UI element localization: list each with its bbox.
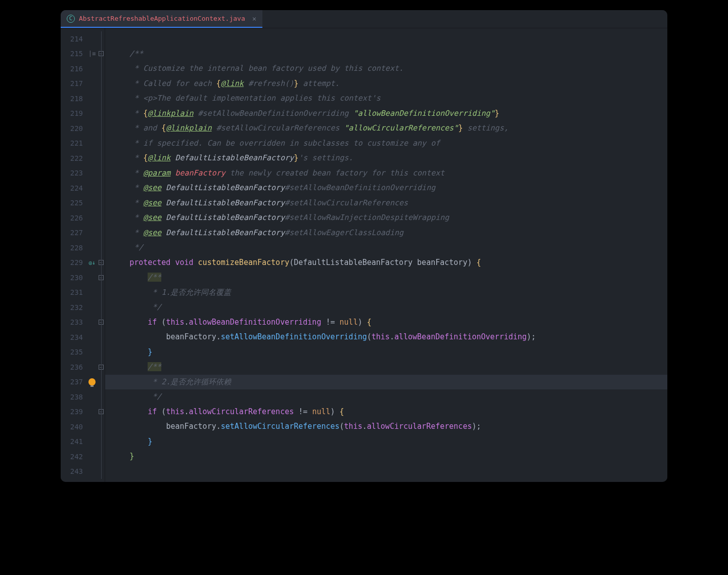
file-tab[interactable]: C AbstractRefreshableApplicationContext.… [61, 10, 262, 28]
code-line[interactable]: * 1.是否允许同名覆盖 [105, 285, 667, 300]
fold-collapse-icon[interactable]: − [99, 320, 104, 325]
fold-marker[interactable] [97, 76, 105, 92]
code-line[interactable]: * @see DefaultListableBeanFactory#setAll… [105, 226, 667, 241]
code-line[interactable]: /** [105, 360, 667, 375]
code-line[interactable]: */ [105, 389, 667, 405]
line-number[interactable]: 221 [67, 136, 83, 151]
code-line[interactable]: * @param beanFactory the newly created b… [105, 166, 667, 181]
fold-collapse-icon[interactable]: − [99, 275, 104, 280]
fold-marker[interactable] [97, 181, 105, 196]
code-line[interactable]: } [105, 434, 667, 450]
line-number[interactable]: 222 [67, 151, 83, 166]
fold-marker[interactable] [97, 91, 105, 106]
fold-marker[interactable]: − [97, 405, 105, 420]
code-line[interactable] [105, 464, 667, 479]
fold-marker[interactable] [97, 196, 105, 211]
fold-marker[interactable] [97, 449, 105, 464]
line-number[interactable]: 243 [67, 464, 83, 479]
override-icon[interactable]: ◎↓ [88, 259, 95, 266]
code-line[interactable]: if (this.allowBeanDefinitionOverriding !… [105, 315, 667, 330]
line-number[interactable]: 223 [67, 166, 83, 181]
code-line[interactable]: * if specified. Can be overridden in sub… [105, 136, 667, 151]
line-number[interactable]: 216 [67, 61, 83, 76]
line-number[interactable]: 218 [67, 91, 83, 106]
fold-marker[interactable] [97, 61, 105, 76]
code-line[interactable]: * Called for each {@link #refresh()} att… [105, 76, 667, 92]
line-number[interactable]: 241 [67, 434, 83, 450]
fold-marker[interactable] [97, 226, 105, 241]
fold-marker[interactable] [97, 389, 105, 405]
fold-marker[interactable]: − [97, 255, 105, 271]
fold-marker[interactable] [97, 285, 105, 300]
line-number[interactable]: 235 [67, 345, 83, 360]
code-line[interactable]: * @see DefaultListableBeanFactory#setAll… [105, 196, 667, 211]
fold-marker[interactable] [97, 210, 105, 226]
code-line-current[interactable]: * 2.是否允许循环依赖 [105, 375, 667, 390]
line-number[interactable]: 242 [67, 449, 83, 464]
code-line[interactable]: * and {@linkplain #setAllowCircularRefer… [105, 121, 667, 136]
line-number[interactable]: 228 [67, 240, 83, 255]
fold-marker[interactable] [97, 121, 105, 136]
line-number[interactable]: 234 [67, 330, 83, 345]
code-line[interactable]: protected void customizeBeanFactory(Defa… [105, 255, 667, 271]
line-number[interactable]: 225 [67, 196, 83, 211]
code-line[interactable]: * <p>The default implementation applies … [105, 91, 667, 106]
fold-collapse-icon[interactable]: − [99, 365, 104, 370]
line-number[interactable]: 238 [67, 389, 83, 405]
fold-marker[interactable]: − [97, 315, 105, 330]
line-number[interactable]: 231 [67, 285, 83, 300]
fold-marker[interactable]: − [97, 360, 105, 375]
code-line[interactable]: } [105, 449, 667, 464]
code-line[interactable] [105, 31, 667, 47]
code-line[interactable]: * {@link DefaultListableBeanFactory}'s s… [105, 151, 667, 166]
line-number[interactable]: 219 [67, 106, 83, 121]
line-number[interactable]: 214 [67, 31, 83, 47]
fold-marker[interactable] [97, 419, 105, 434]
line-number[interactable]: 226 [67, 210, 83, 226]
code-line[interactable]: * @see DefaultListableBeanFactory#setAll… [105, 181, 667, 196]
line-number[interactable]: 239 [67, 405, 83, 420]
fold-marker[interactable] [97, 434, 105, 450]
code-line[interactable]: if (this.allowCircularReferences != null… [105, 405, 667, 420]
close-icon[interactable]: × [252, 15, 256, 23]
line-number[interactable]: 233 [67, 315, 83, 330]
fold-marker[interactable] [97, 151, 105, 166]
fold-collapse-icon[interactable]: − [99, 260, 104, 265]
code-line[interactable]: * Customize the internal bean factory us… [105, 61, 667, 76]
fold-marker[interactable] [97, 106, 105, 121]
code-line[interactable]: */ [105, 300, 667, 315]
code-line[interactable]: * @see DefaultListableBeanFactory#setAll… [105, 210, 667, 226]
fold-marker[interactable] [97, 31, 105, 47]
fold-marker[interactable]: − [97, 270, 105, 285]
fold-marker[interactable] [97, 300, 105, 315]
line-number[interactable]: 232 [67, 300, 83, 315]
line-number[interactable]: 224 [67, 181, 83, 196]
code-line[interactable]: beanFactory.setAllowCircularReferences(t… [105, 419, 667, 434]
line-number[interactable]: 227 [67, 226, 83, 241]
code-area[interactable]: /** * Customize the internal bean factor… [105, 28, 667, 482]
line-number[interactable]: 229 [67, 255, 83, 271]
code-line[interactable]: } [105, 345, 667, 360]
fold-marker[interactable] [97, 464, 105, 479]
intention-bulb-icon[interactable] [88, 378, 96, 385]
line-number[interactable]: 236 [67, 360, 83, 375]
code-line[interactable]: beanFactory.setAllowBeanDefinitionOverri… [105, 330, 667, 345]
code-line[interactable]: /** [105, 47, 667, 62]
line-number[interactable]: 220 [67, 121, 83, 136]
fold-marker[interactable] [97, 330, 105, 345]
line-number[interactable]: 215 [67, 47, 83, 62]
line-number[interactable]: 240 [67, 419, 83, 434]
line-number[interactable]: 230 [67, 270, 83, 285]
code-line[interactable]: /** [105, 270, 667, 285]
fold-marker[interactable] [97, 345, 105, 360]
fold-marker[interactable] [97, 166, 105, 181]
fold-marker[interactable]: − [97, 47, 105, 62]
code-line[interactable]: */ [105, 240, 667, 255]
fold-collapse-icon[interactable]: − [99, 409, 104, 414]
code-line[interactable]: * {@linkplain #setAllowBeanDefinitionOve… [105, 106, 667, 121]
line-number[interactable]: 217 [67, 76, 83, 92]
fold-collapse-icon[interactable]: − [99, 51, 104, 56]
fold-marker[interactable] [97, 240, 105, 255]
fold-marker[interactable] [97, 375, 105, 390]
fold-marker[interactable] [97, 136, 105, 151]
